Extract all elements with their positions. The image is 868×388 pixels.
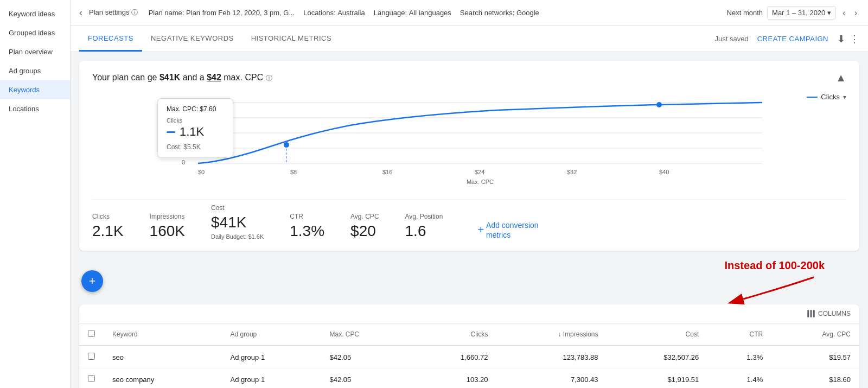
sidebar-item-locations[interactable]: Locations [0,99,70,118]
chart-tooltip: Max. CPC: $7.60 Clicks 1.1K Cost: $5.5K [157,98,233,158]
annotation-arrow [727,272,825,304]
tab-negative-keywords[interactable]: NEGATIVE KEYWORDS [142,27,242,52]
back-button[interactable]: ‹ [79,7,82,18]
row-checkbox-cell[interactable] [79,368,104,389]
plan-language: Language: All languages [374,9,451,17]
cell-max-cpc: $42.05 [321,368,411,389]
row-checkbox-cell[interactable] [79,346,104,368]
svg-rect-22 [807,310,809,317]
sidebar-item-grouped-ideas[interactable]: Grouped ideas [0,23,70,42]
row-checkbox-0[interactable] [88,353,95,360]
add-conversion-button[interactable]: + Add conversionmetrics [477,220,538,240]
cell-impressions: 123,783.88 [497,346,607,368]
legend-dropdown-icon[interactable]: ▾ [843,93,846,101]
forecast-title: Your plan can ge $41K and a $42 max. CPC… [92,73,272,83]
svg-text:$16: $16 [382,169,392,175]
columns-button[interactable]: COLUMNS [806,309,851,319]
sidebar-item-ad-groups[interactable]: Ad groups [0,61,70,80]
date-navigation: Next month Mar 1 – 31, 2020 ▾ ‹ › [727,6,859,20]
svg-text:$32: $32 [567,169,577,175]
forecast-card: Your plan can ge $41K and a $42 max. CPC… [79,61,859,251]
stat-avg-cpc: Avg. CPC $20 [350,213,379,240]
stats-row: Clicks 2.1K Impressions 160K Cost $41K D… [92,199,846,240]
table-body: seo Ad group 1 $42.05 1,660.72 123,783.8… [79,346,859,388]
sidebar-item-keyword-ideas[interactable]: Keyword ideas [0,4,70,23]
table-header-row: Keyword Ad group Max. CPC Clicks [79,323,859,346]
stat-avg-position: Avg. Position 1.6 [405,213,443,240]
tooltip-max-cpc: Max. CPC: $7.60 [167,105,224,113]
th-ad-group[interactable]: Ad group [222,323,321,346]
plan-settings-label: Plan settings ⓘ [89,8,138,17]
tab-forecasts[interactable]: FORECASTS [79,27,142,52]
th-select-all[interactable] [79,323,104,346]
plan-locations: Locations: Australia [303,9,365,17]
create-campaign-button[interactable]: CREATE CAMPAIGN [757,35,828,43]
row-checkbox-1[interactable] [88,375,95,382]
table-row[interactable]: seo company Ad group 1 $42.05 103.20 7,3… [79,368,859,389]
tooltip-clicks-value: 1.1K [167,125,224,139]
cell-clicks: 1,660.72 [411,346,496,368]
download-icon[interactable]: ⬇ [837,33,845,45]
tab-historical-metrics[interactable]: HISTORICAL METRICS [242,27,340,52]
cell-impressions: 7,300.43 [497,368,607,389]
svg-point-20 [656,102,662,107]
th-ctr[interactable]: CTR [707,323,771,346]
svg-rect-24 [813,310,815,317]
svg-rect-23 [810,310,812,317]
just-saved-label: Just saved [715,35,749,43]
date-selector[interactable]: Mar 1 – 31, 2020 ▾ [767,6,836,20]
tab-bar: FORECASTS NEGATIVE KEYWORDS HISTORICAL M… [71,26,868,52]
cell-ctr: 1.3% [707,346,771,368]
plan-search-networks: Search networks: Google [460,9,539,17]
th-clicks[interactable]: Clicks [411,323,496,346]
cell-max-cpc: $42.05 [321,346,411,368]
stat-ctr: CTR 1.3% [290,213,324,240]
app-container: Keyword ideas Grouped ideas Plan overvie… [0,0,868,388]
annotation-area: Instead of 100-200k [724,259,825,304]
sidebar-item-plan-overview[interactable]: Plan overview [0,42,70,61]
cell-avg-cpc: $18.60 [771,368,859,389]
svg-text:$8: $8 [290,169,297,175]
keywords-table: COLUMNS Keyword [79,304,859,388]
svg-text:$0: $0 [198,169,205,175]
collapse-button[interactable]: ▲ [835,72,846,84]
forecast-header: Your plan can ge $41K and a $42 max. CPC… [92,72,846,84]
th-max-cpc[interactable]: Max. CPC [321,323,411,346]
more-options-icon[interactable]: ⋮ [850,33,859,45]
svg-text:0: 0 [182,159,185,166]
svg-text:Max. CPC: Max. CPC [467,179,494,185]
th-impressions[interactable]: ↓ Impressions [497,323,607,346]
info-icon: ⓘ [131,9,138,16]
tooltip-line-icon [167,131,175,133]
th-cost[interactable]: Cost [607,323,707,346]
select-all-checkbox[interactable] [88,330,95,337]
table-toolbar: COLUMNS [79,304,859,323]
th-keyword[interactable]: Keyword [104,323,222,346]
fab-row: + Instead of 100-200k [79,259,859,304]
cell-avg-cpc: $19.57 [771,346,859,368]
tooltip-clicks-label: Clicks [167,117,224,124]
data-table: Keyword Ad group Max. CPC Clicks [79,323,859,388]
svg-text:$40: $40 [659,169,669,175]
sidebar-item-keywords[interactable]: Keywords [0,80,70,99]
svg-text:$24: $24 [475,169,484,175]
main-content: ‹ Plan settings ⓘ Plan name: Plan from F… [71,0,868,388]
prev-month-button[interactable]: ‹ [840,6,847,20]
add-keyword-button[interactable]: + [81,270,103,292]
chart-legend[interactable]: Clicks ▾ [807,93,846,101]
plan-name: Plan name: Plan from Feb 12, 2020, 3 pm,… [149,9,295,17]
legend-line-icon [807,97,818,98]
next-month-button[interactable]: › [852,6,859,20]
cell-cost: $32,507.26 [607,346,707,368]
stat-clicks: Clicks 2.1K [92,213,124,240]
dropdown-icon: ▾ [827,9,831,17]
th-avg-cpc[interactable]: Avg. CPC [771,323,859,346]
stat-impressions: Impressions 160K [150,213,185,240]
cell-clicks: 103.20 [411,368,496,389]
table-row[interactable]: seo Ad group 1 $42.05 1,660.72 123,783.8… [79,346,859,368]
cell-keyword: seo company [104,368,222,389]
stat-cost: Cost $41K Daily Budget: $1.6K [211,204,264,240]
cell-ad-group: Ad group 1 [222,368,321,389]
content-wrapper: Your plan can ge $41K and a $42 max. CPC… [79,61,859,388]
cell-keyword: seo [104,346,222,368]
